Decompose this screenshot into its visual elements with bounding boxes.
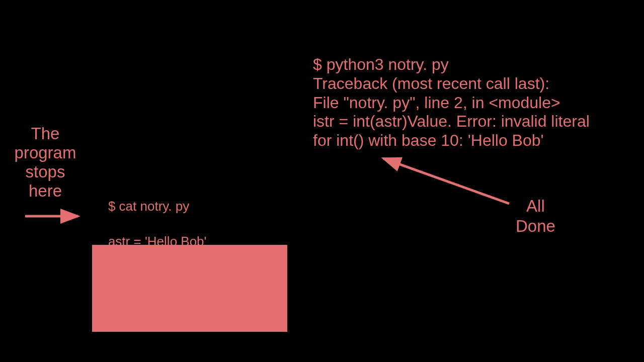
arrow-diagonal-icon — [368, 153, 529, 214]
traceback-line: Traceback (most recent call last): — [313, 74, 549, 93]
caption-line: here — [29, 182, 62, 200]
traceback-line: $ python3 notry. py — [313, 55, 449, 73]
traceback-output: $ python3 notry. py Traceback (most rece… — [313, 55, 625, 150]
all-done-label: All Done — [516, 196, 555, 236]
caption-line: stops — [26, 162, 65, 181]
slide-stage: The program stops here $ cat notry. py a… — [0, 0, 644, 362]
text-line: Done — [516, 217, 555, 235]
text-line: All — [526, 197, 545, 215]
traceback-line: istr = int(astr)Value. Error: invalid li… — [313, 112, 590, 130]
traceback-line: for int() with base 10: 'Hello Bob' — [313, 131, 544, 149]
left-caption: The program stops here — [3, 124, 88, 201]
highlight-block — [92, 245, 287, 332]
arrow-right-icon — [23, 209, 88, 224]
code-line: $ cat notry. py — [108, 199, 189, 214]
caption-line: The — [31, 124, 60, 143]
traceback-line: File "notry. py", line 2, in <module> — [313, 94, 560, 112]
caption-line: program — [15, 143, 76, 162]
svg-line-1 — [383, 158, 509, 204]
